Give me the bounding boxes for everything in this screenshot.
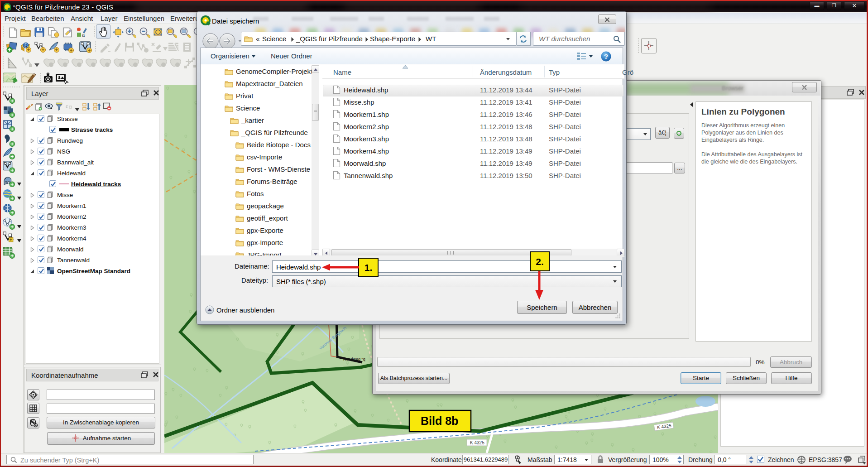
svg-text:Bild 8b: Bild 8b: [421, 414, 458, 427]
svg-text:a: a: [82, 32, 85, 38]
svg-text:?: ?: [604, 53, 608, 60]
svg-text:ε: ε: [66, 102, 68, 109]
svg-text:K 4325: K 4325: [470, 440, 484, 445]
svg-text:Rundweg "q: Rundweg "q: [343, 357, 365, 361]
